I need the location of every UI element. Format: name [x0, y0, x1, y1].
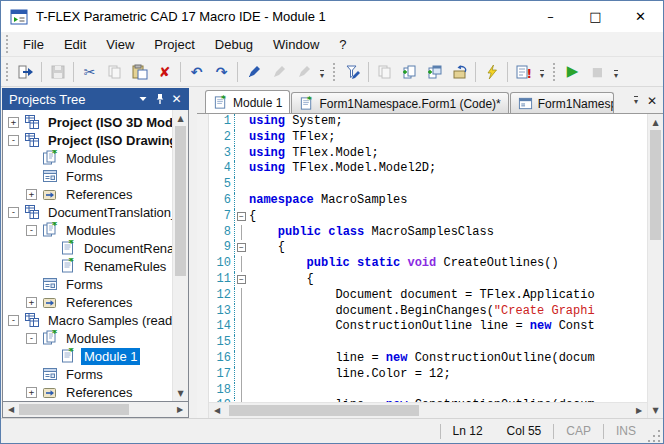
code-line[interactable]: 7−{ — [209, 209, 647, 225]
code-line[interactable]: 14 ConstructionOutline line = new Const — [209, 319, 647, 335]
check-syntax-button[interactable] — [340, 60, 365, 84]
expand-icon[interactable]: + — [26, 297, 37, 308]
close-document-icon[interactable]: ✕ — [644, 93, 660, 109]
add-form-button[interactable] — [422, 60, 447, 84]
toolbar-grip[interactable] — [332, 63, 337, 81]
code-line[interactable]: 10 public static void CreateOutlines() — [209, 256, 647, 272]
tab-form1namespace-form1-code[interactable]: *Form1Namespace.Form1 (Code)* — [291, 92, 508, 113]
tree-vertical-scrollbar[interactable]: ▲ ▼ — [172, 110, 188, 401]
edit-pen-button[interactable] — [241, 60, 266, 84]
code-line[interactable]: 5 — [209, 177, 647, 193]
undo-button[interactable]: ↶ — [184, 60, 209, 84]
collapse-icon[interactable]: - — [8, 315, 19, 326]
panel-splitter[interactable] — [189, 87, 197, 418]
tree-item-modules[interactable]: -*Modules — [3, 329, 172, 347]
code-line[interactable]: 8 public class MacroSamplesClass — [209, 225, 647, 241]
code-line[interactable]: 13 document.BeginChanges("Create Graphi — [209, 304, 647, 320]
pin-icon[interactable] — [151, 90, 168, 108]
collapse-icon[interactable]: - — [26, 333, 37, 344]
toolbar-grip[interactable] — [5, 63, 10, 81]
tree-item-documentrena[interactable]: *DocumentRena — [3, 239, 172, 257]
delete-button[interactable]: ✘ — [152, 60, 177, 84]
scroll-left-icon[interactable]: ◀ — [3, 402, 19, 417]
tree-item-documenttranslation-y[interactable]: -DocumentTranslation_y — [3, 203, 172, 221]
cut-button[interactable]: ✂ — [77, 60, 102, 84]
menu-item-debug[interactable]: Debug — [205, 34, 263, 55]
redo-button[interactable]: ↷ — [209, 60, 234, 84]
scroll-down-icon[interactable]: ▼ — [173, 385, 188, 401]
menu-item-project[interactable]: Project — [144, 34, 204, 55]
code-line[interactable]: 6namespace MacroSamples — [209, 193, 647, 209]
scroll-down-icon[interactable]: ▼ — [648, 402, 663, 418]
tree-item-forms[interactable]: Forms — [3, 275, 172, 293]
collapse-icon[interactable]: - — [8, 135, 19, 146]
expand-icon[interactable]: + — [26, 387, 37, 398]
code-line[interactable]: 1using System; — [209, 114, 647, 130]
toolbar-overflow-icon[interactable]: ▾ — [536, 60, 548, 84]
scroll-up-icon[interactable]: ▲ — [173, 110, 188, 126]
tree-item-modules[interactable]: -*Modules — [3, 221, 172, 239]
editor-horizontal-scrollbar[interactable]: ◀ ▶ — [209, 402, 647, 418]
code-line[interactable]: 12 Document document = TFlex.Applicatio — [209, 288, 647, 304]
code-line[interactable]: 17 line.Color = 12; — [209, 367, 647, 383]
code-line[interactable]: 11− { — [209, 272, 647, 288]
tab-form1namespace-for[interactable]: Form1Namespace.For — [510, 92, 614, 113]
close-and-return-button[interactable] — [13, 60, 38, 84]
code-line[interactable]: 2using TFlex; — [209, 130, 647, 146]
code-line[interactable]: 4using TFlex.Model.Model2D; — [209, 161, 647, 177]
fold-collapse-icon[interactable]: − — [235, 209, 249, 225]
code-line[interactable]: 9− { — [209, 240, 647, 256]
tab-module-1[interactable]: *Module 1 — [205, 90, 290, 113]
toolbar-overflow-icon[interactable]: ▾ — [610, 60, 622, 84]
code-line[interactable]: 16 line = new ConstructionOutline(docum — [209, 351, 647, 367]
code-line[interactable]: 15 — [209, 335, 647, 351]
expand-icon[interactable]: + — [26, 189, 37, 200]
scroll-up-icon[interactable]: ▲ — [648, 114, 663, 130]
menu-item-view[interactable]: View — [96, 34, 144, 55]
tree-item-references[interactable]: +References — [3, 185, 172, 203]
add-module-button[interactable] — [397, 60, 422, 84]
code-line[interactable]: 18 — [209, 383, 647, 399]
tree-item-modules[interactable]: *Modules — [3, 149, 172, 167]
tree-item-forms[interactable]: Forms — [3, 167, 172, 185]
maximize-button[interactable]: □ — [573, 1, 618, 32]
tree-item-project-iso-drawing[interactable]: -Project (ISO Drawing — [3, 131, 172, 149]
fold-collapse-icon[interactable]: − — [235, 272, 249, 288]
code-line[interactable]: 3using TFlex.Model; — [209, 146, 647, 162]
tree-horizontal-scrollbar[interactable]: ◀ ▶ — [2, 402, 189, 418]
run-button[interactable]: ▶ — [560, 60, 585, 84]
build-button[interactable] — [479, 60, 504, 84]
fold-collapse-icon[interactable]: − — [235, 240, 249, 256]
toolbar-overflow-icon[interactable]: ▾ — [316, 60, 328, 84]
menu-grip[interactable] — [5, 35, 10, 53]
tree-item-forms[interactable]: Forms — [3, 365, 172, 383]
menu-item-edit[interactable]: Edit — [54, 34, 96, 55]
scroll-left-icon[interactable]: ◀ — [209, 403, 225, 418]
tab-list-chevron-icon[interactable]: ▾ — [628, 93, 644, 109]
collapse-icon[interactable]: - — [8, 207, 19, 218]
import-macro-button[interactable] — [447, 60, 472, 84]
menu-item-file[interactable]: File — [13, 34, 54, 55]
scroll-right-icon[interactable]: ▶ — [631, 403, 647, 418]
error-list-button[interactable]: ! — [511, 60, 536, 84]
paste-button[interactable] — [127, 60, 152, 84]
scroll-right-icon[interactable]: ▶ — [172, 402, 188, 417]
tree-item-project-iso-3d-mode[interactable]: +Project (ISO 3D Mode — [3, 113, 172, 131]
menu-item-window[interactable]: Window — [263, 34, 329, 55]
panel-close-icon[interactable]: ✕ — [168, 90, 185, 108]
menu-item-help[interactable]: ? — [329, 34, 356, 55]
code-editor[interactable]: 1using System;2using TFlex;3using TFlex.… — [209, 114, 647, 402]
expand-icon[interactable]: + — [8, 117, 19, 128]
editor-vertical-scrollbar[interactable]: ▲ ▼ — [647, 114, 663, 418]
breakpoint-margin[interactable] — [197, 114, 209, 418]
tree-item-references[interactable]: +References — [3, 293, 172, 311]
close-button[interactable]: ✕ — [618, 1, 663, 32]
panel-menu-chevron-icon[interactable] — [134, 90, 151, 108]
minimize-button[interactable]: – — [528, 1, 573, 32]
toolbar-grip[interactable] — [552, 63, 557, 81]
tree-item-module-1[interactable]: *Module 1 — [3, 347, 172, 365]
tree-item-macro-samples-readon[interactable]: -Macro Samples (readon — [3, 311, 172, 329]
collapse-icon[interactable]: - — [26, 225, 37, 236]
tree-item-renamerules[interactable]: *RenameRules — [3, 257, 172, 275]
tree-item-references[interactable]: +References — [3, 383, 172, 401]
